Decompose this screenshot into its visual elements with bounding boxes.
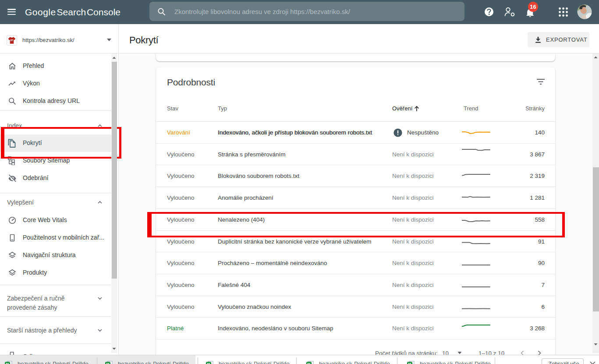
svg-text:BT: BT	[11, 39, 13, 42]
